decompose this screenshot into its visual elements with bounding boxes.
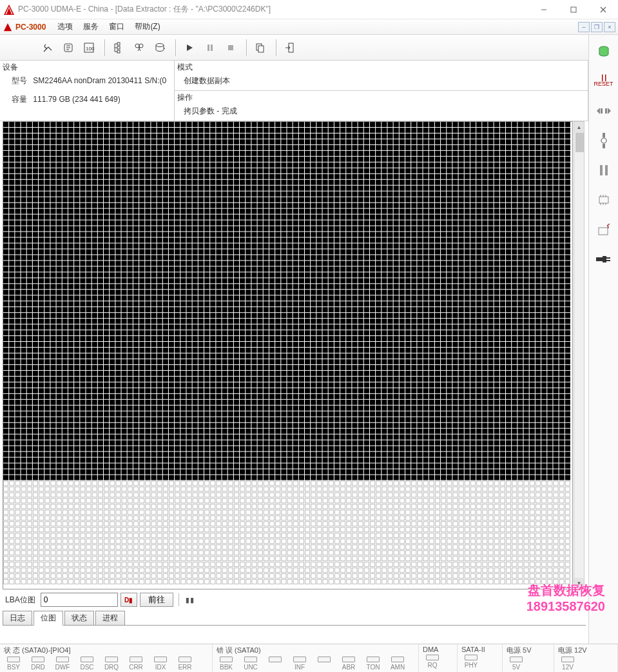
app-icon xyxy=(4,5,14,15)
go-button[interactable]: 前往 xyxy=(140,593,173,607)
svg-point-16 xyxy=(156,43,164,46)
tab-log[interactable]: 日志 xyxy=(3,611,32,626)
minimize-button[interactable] xyxy=(529,0,559,19)
led-dsc: DSC xyxy=(77,657,97,671)
led-crr: CRR xyxy=(126,657,146,671)
status-power12-group: 电源 12V 12V xyxy=(554,644,618,672)
status-sata2-group: SATA-II PHY xyxy=(458,644,503,672)
lba-label: LBA位图 xyxy=(3,595,38,606)
mdi-restore-icon[interactable]: ❐ xyxy=(591,22,603,32)
svg-rect-12 xyxy=(117,46,120,49)
window-title: PC-3000 UDMA-E - China - [Data Extractor… xyxy=(18,4,529,15)
percent-icon[interactable]: 100 xyxy=(80,39,98,57)
status-state-group: 状 态 (SATA0)-[PIO4] BSYDRDDWFDSCDRQCRRIDX… xyxy=(0,644,213,672)
side-pause-icon[interactable] xyxy=(594,161,613,179)
led-drq: DRQ xyxy=(102,657,121,671)
product-name: PC-3000 xyxy=(15,23,46,32)
sector-map[interactable] xyxy=(3,121,573,589)
disk-icon[interactable] xyxy=(151,39,169,57)
lba-marker-button[interactable]: D▮ xyxy=(121,593,137,607)
maximize-button[interactable] xyxy=(559,0,588,19)
status-sata2-header: SATA-II xyxy=(461,646,498,653)
led-drd: DRD xyxy=(28,657,48,671)
side-cylinder-icon[interactable] xyxy=(594,43,613,61)
svg-rect-19 xyxy=(211,44,213,51)
menu-service[interactable]: 服务 xyxy=(78,20,104,34)
toolbar: 100 xyxy=(0,35,618,61)
svg-rect-4 xyxy=(571,7,576,12)
settings-icon[interactable] xyxy=(59,39,77,57)
led-bbk: BBK xyxy=(217,657,236,671)
tab-process[interactable]: 进程 xyxy=(95,611,125,626)
status-power5-group: 电源 5V 5V xyxy=(503,644,554,672)
svg-marker-25 xyxy=(597,108,600,114)
status-power5-header: 电源 5V xyxy=(507,646,550,655)
scroll-down-icon[interactable]: ▼ xyxy=(574,578,584,589)
pause-icon[interactable] xyxy=(201,39,219,57)
lba-input[interactable] xyxy=(41,593,118,607)
menu-window[interactable]: 窗口 xyxy=(104,20,130,34)
tab-status[interactable]: 状态 xyxy=(64,611,94,626)
model-value: SM2246AA nonDram 20130411 S/N:(0 xyxy=(33,76,166,85)
svg-rect-22 xyxy=(258,46,264,52)
tab-bitmap[interactable]: 位图 xyxy=(34,611,63,626)
exit-icon[interactable] xyxy=(281,39,299,57)
svg-rect-20 xyxy=(228,45,233,50)
status-state-header: 状 态 (SATA0)-[PIO4] xyxy=(4,646,208,655)
tools-icon[interactable] xyxy=(39,39,57,57)
nav-pause-icon[interactable]: ▮▮ xyxy=(185,595,195,605)
scroll-thumb[interactable] xyxy=(575,133,584,152)
status-error-header: 错 误 (SATA0) xyxy=(217,646,414,655)
svg-rect-33 xyxy=(605,165,608,175)
menubar: PC-3000 选项 服务 窗口 帮助(Z) – ❐ × xyxy=(0,19,618,35)
side-seek-icon[interactable] xyxy=(594,102,613,120)
svg-rect-34 xyxy=(599,197,608,203)
mdi-close-icon[interactable]: × xyxy=(604,22,615,32)
find-icon[interactable] xyxy=(130,39,148,57)
scroll-up-icon[interactable]: ▲ xyxy=(574,122,584,133)
side-eject-icon[interactable] xyxy=(594,221,613,239)
menu-options[interactable]: 选项 xyxy=(52,20,78,34)
status-error-group: 错 误 (SATA0) BBKUNCINFABRTONAMN xyxy=(213,644,419,672)
svg-marker-7 xyxy=(4,23,12,30)
svg-rect-28 xyxy=(605,108,607,114)
led-err: ERR xyxy=(175,657,195,671)
side-toolbar: ┃┃RESET xyxy=(588,35,618,644)
svg-marker-17 xyxy=(187,44,193,51)
close-button[interactable] xyxy=(588,0,618,19)
map-scrollbar[interactable]: ▲ ▼ xyxy=(574,121,584,589)
capacity-panel: 容量 111.79 GB (234 441 649) xyxy=(0,90,175,121)
play-icon[interactable] xyxy=(180,39,198,57)
mode-value: 创建数据副本 xyxy=(177,75,585,86)
mdi-minimize-icon[interactable]: – xyxy=(578,22,590,32)
capacity-label: 容量 xyxy=(3,94,27,105)
svg-rect-36 xyxy=(596,257,603,261)
side-connector-icon[interactable] xyxy=(594,132,613,150)
svg-rect-18 xyxy=(208,44,209,51)
led-bsy: BSY xyxy=(4,657,23,671)
svg-point-30 xyxy=(601,138,606,143)
svg-text:100: 100 xyxy=(86,46,95,52)
led-blank xyxy=(314,657,334,671)
led-amn: AMN xyxy=(388,657,407,671)
stop-icon[interactable] xyxy=(222,39,240,57)
led-unc: UNC xyxy=(241,657,260,671)
side-plug-icon[interactable] xyxy=(594,250,613,268)
svg-rect-31 xyxy=(603,144,605,148)
copy-icon[interactable] xyxy=(251,39,269,57)
led-dwf: DWF xyxy=(53,657,72,671)
tree-icon[interactable] xyxy=(110,39,128,57)
side-reset-icon[interactable]: ┃┃RESET xyxy=(594,72,613,90)
svg-rect-29 xyxy=(603,133,605,137)
svg-rect-26 xyxy=(601,108,603,114)
mode-panel: 模式 创建数据副本 xyxy=(174,60,588,91)
svg-marker-27 xyxy=(608,108,611,114)
svg-rect-37 xyxy=(603,256,606,262)
product-icon xyxy=(3,22,13,32)
led-inf: INF xyxy=(290,657,309,671)
menu-help[interactable]: 帮助(Z) xyxy=(130,20,165,34)
led-5v: 5V xyxy=(507,657,526,671)
mode-header: 模式 xyxy=(177,62,585,73)
side-chip-icon[interactable] xyxy=(594,191,613,209)
led-abr: ABR xyxy=(339,657,358,671)
